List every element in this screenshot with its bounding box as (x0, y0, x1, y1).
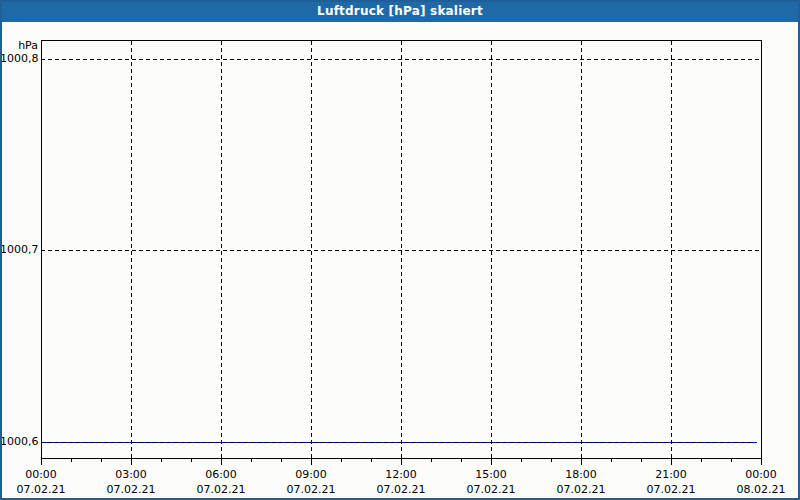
window-title: Luftdruck [hPa] skaliert (317, 4, 483, 18)
plot-area[interactable] (0, 0, 800, 500)
window-titlebar[interactable]: Luftdruck [hPa] skaliert (0, 0, 800, 22)
chart-window: Luftdruck [hPa] skaliert hPa 1000,81000,… (0, 0, 800, 500)
